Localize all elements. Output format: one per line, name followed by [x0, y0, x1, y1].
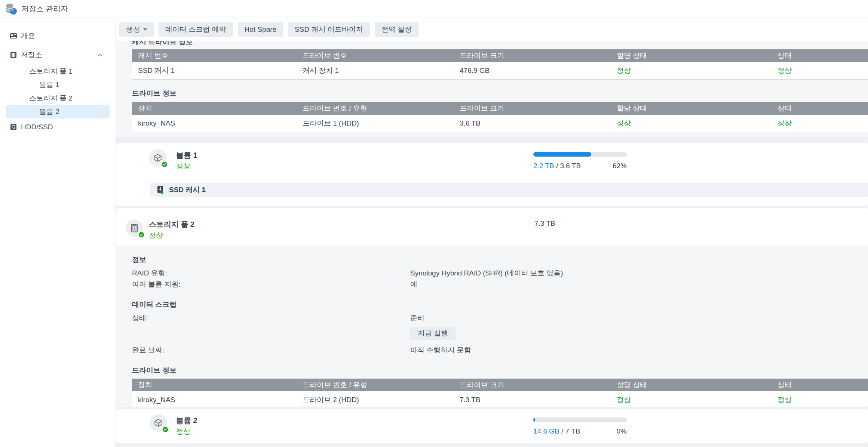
pool1-drive-table: 장치 드라이브 번호 / 유형 드라이브 크기 할당 상태 상태 kiroky_…: [132, 102, 868, 132]
table-header-row: 장치 드라이브 번호 / 유형 드라이브 크기 할당 상태 상태: [132, 102, 868, 115]
volume2-usage-text: 14.6 GB / 7 TB 0%: [533, 427, 627, 435]
column-header: 할당 상태: [611, 379, 772, 391]
volume2-panel: 볼륨 2 정상 14.6 GB / 7 TB 0%: [116, 409, 868, 443]
table-row: kiroky_NAS 드라이브 2 (HDD) 7.3 TB 정상 정상: [132, 391, 868, 407]
sidebar-item-hdd-ssd[interactable]: HDD/SSD: [6, 120, 110, 134]
column-header: 드라이브 번호 / 유형: [297, 102, 454, 115]
sidebar-item-storage-pool-1[interactable]: 스토리지 풀 1: [6, 65, 110, 78]
healthy-check-icon: [161, 161, 168, 168]
total-space: 7 TB: [565, 427, 580, 435]
sidebar-item-label: 저장소: [21, 50, 42, 60]
app-titlebar: 저장소 관리자: [0, 0, 868, 18]
volume2-title: 볼륨 2: [176, 416, 197, 426]
status-value: 정상: [772, 115, 868, 132]
storage-icon: [9, 51, 18, 59]
volume1-usage-bar: [533, 152, 627, 157]
table-header-row: 캐시 번호 드라이브 번호 드라이브 크기 할당 상태 상태: [132, 49, 868, 62]
column-header: 드라이브 크기: [454, 49, 611, 62]
drive-info-label: 드라이브 정보: [132, 89, 868, 98]
volume1-status: 정상: [176, 161, 190, 171]
storage-pool-icon: [126, 219, 143, 237]
create-button[interactable]: 생성: [119, 22, 154, 37]
sidebar-item-volume-2[interactable]: 볼륨 2: [6, 105, 110, 118]
volume-icon: [149, 149, 166, 167]
ssd-cache-advisor-button[interactable]: SSD 캐시 어드바이저: [288, 22, 370, 37]
raid-type-value: Synology Hybrid RAID (SHR) (데이터 보호 없음): [410, 268, 563, 279]
volume1-title: 볼륨 1: [176, 150, 197, 160]
multi-volume-label: 여러 볼륨 지원:: [132, 279, 410, 290]
content-scroll[interactable]: 캐시 드라이브 정보 캐시 번호 드라이브 번호 드라이브 크기 할당 상태 상…: [116, 41, 868, 447]
sidebar-item-volume-1[interactable]: 볼륨 1: [6, 78, 110, 92]
status-value: 정상: [772, 391, 868, 407]
sidebar-item-storage[interactable]: 저장소: [6, 48, 110, 62]
pool2-title: 스토리지 풀 2: [149, 219, 194, 229]
sidebar-item-label: HDD/SSD: [21, 123, 53, 131]
sidebar-item-overview[interactable]: 개요: [6, 29, 110, 43]
column-header: 할당 상태: [611, 102, 772, 115]
table-header-row: 장치 드라이브 번호 / 유형 드라이브 크기 할당 상태 상태: [132, 379, 868, 391]
multi-volume-value: 예: [410, 279, 417, 290]
drive-info-label: 드라이브 정보: [132, 366, 868, 375]
ssd-cache-icon: [156, 185, 165, 194]
pool2-detail-section: 정보 RAID 유형: Synology Hybrid RAID (SHR) (…: [116, 246, 868, 407]
main-area: 생성 데이터 스크럽 예약 Hot Spare SSD 캐시 어드바이저 전역 …: [116, 18, 868, 447]
used-space: 2.2 TB: [533, 162, 554, 170]
sidebar-item-storage-pool-2[interactable]: 스토리지 풀 2: [6, 92, 110, 105]
ssd-cache-label: SSD 캐시 1: [169, 185, 206, 195]
column-header: 캐시 번호: [132, 49, 297, 62]
pool1-detail-section: 캐시 드라이브 정보 캐시 번호 드라이브 번호 드라이브 크기 할당 상태 상…: [116, 41, 868, 137]
done-date-value: 아직 수행하지 못함: [410, 345, 471, 356]
sidebar-item-label: 볼륨 1: [39, 80, 59, 90]
sidebar-item-label: 개요: [21, 31, 35, 41]
volume2-status: 정상: [176, 427, 190, 437]
column-header: 할당 상태: [611, 49, 772, 62]
column-header: 상태: [772, 102, 868, 115]
column-header: 드라이브 번호: [297, 49, 454, 62]
table-row: SSD 캐시 1 캐시 장치 1 476.9 GB 정상 정상: [132, 62, 868, 80]
sidebar-item-label: 스토리지 풀 1: [29, 67, 73, 76]
usage-percent: 62%: [613, 162, 627, 170]
column-header: 드라이브 번호 / 유형: [297, 379, 454, 391]
scrub-status-row: 상태: 준비: [132, 312, 868, 324]
sidebar-item-label: 스토리지 풀 2: [29, 93, 73, 103]
raid-type-row: RAID 유형: Synology Hybrid RAID (SHR) (데이터…: [132, 268, 868, 279]
hdd-icon: [9, 123, 18, 131]
column-header: 상태: [772, 379, 868, 391]
caret-down-icon: [143, 28, 147, 31]
run-now-button[interactable]: 지금 실행: [410, 327, 456, 340]
info-section-label: 정보: [132, 255, 868, 265]
volume1-panel: 볼륨 1 정상 2.2 TB / 3.6 TB 62% SSD 캐시 1: [116, 143, 868, 206]
sidebar: 개요 저장소 스토리지 풀 1 볼륨 1 스토리지 풀 2 볼륨 2 HDD/S…: [0, 18, 116, 447]
scrub-done-row: 완료 날짜: 아직 수행하지 못함: [132, 345, 868, 356]
raid-type-label: RAID 유형:: [132, 268, 410, 279]
cache-drive-info-title-clipped: 캐시 드라이브 정보: [132, 41, 868, 49]
column-header: 장치: [132, 102, 297, 115]
total-space: 3.6 TB: [560, 162, 581, 170]
data-scrub-section-label: 데이터 스크럽: [132, 300, 868, 309]
data-scrub-schedule-button[interactable]: 데이터 스크럽 예약: [159, 22, 233, 37]
usage-percent: 0%: [617, 427, 627, 435]
storage-manager-app-icon: [5, 3, 18, 15]
overview-icon: [9, 32, 18, 40]
table-row: kiroky_NAS 드라이브 1 (HDD) 3.6 TB 정상 정상: [132, 115, 868, 132]
ssd-cache-row[interactable]: SSD 캐시 1: [150, 183, 868, 197]
column-header: 상태: [772, 49, 868, 62]
multi-volume-row: 여러 볼륨 지원: 예: [132, 279, 868, 290]
volume-icon: [150, 414, 167, 432]
volume1-usage-text: 2.2 TB / 3.6 TB 62%: [533, 162, 627, 170]
healthy-check-icon: [138, 231, 145, 238]
status-value: 정상: [611, 62, 772, 80]
status-value: 정상: [611, 391, 772, 407]
pool2-status: 정상: [149, 231, 163, 240]
sidebar-item-label: 볼륨 2: [39, 107, 59, 117]
column-header: 드라이브 크기: [454, 102, 611, 115]
status-value: 정상: [772, 62, 868, 80]
volume1-usage-bar-fill: [533, 152, 591, 157]
global-settings-button[interactable]: 전역 설정: [375, 22, 418, 37]
hot-spare-button[interactable]: Hot Spare: [238, 22, 283, 37]
column-header: 장치: [132, 379, 297, 391]
volume2-usage-bar: [533, 417, 627, 422]
page-title: 저장소 관리자: [21, 4, 68, 14]
chevron-up-icon[interactable]: [97, 52, 103, 60]
healthy-check-icon: [162, 426, 169, 433]
